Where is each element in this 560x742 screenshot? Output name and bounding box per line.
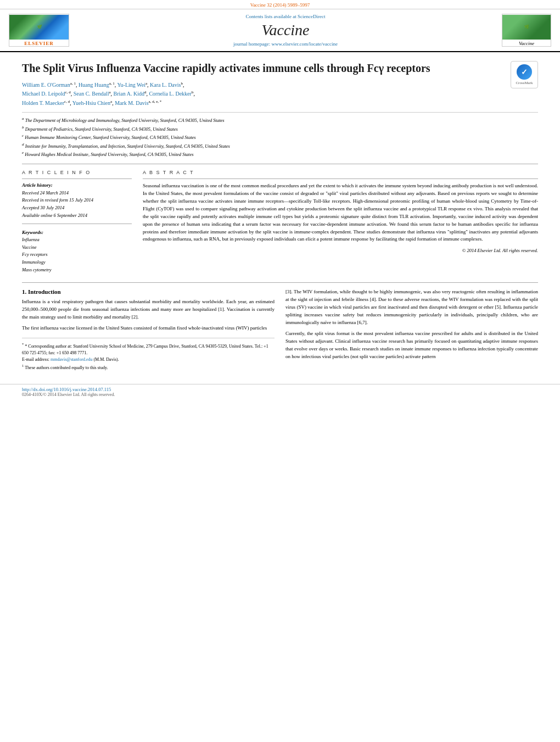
- affil-b: b Department of Pediatrics, Stanford Uni…: [22, 125, 538, 133]
- body-section: 1. Introduction Influenza is a viral res…: [22, 282, 538, 371]
- elsevier-image: 🌿: [9, 15, 69, 40]
- sup-wei: a: [145, 81, 147, 86]
- body-right: [3]. The WIV formulation, while thought …: [285, 288, 538, 371]
- keyword-vaccine: Vaccine: [22, 244, 132, 252]
- keywords-divider: [22, 224, 132, 224]
- copyright-line: © 2014 Elsevier Ltd. All rights reserved…: [143, 248, 538, 253]
- authors-block: William E. O'Gormana, 1, Huang Huanga, 1…: [22, 81, 538, 108]
- section-title: Introduction: [28, 288, 61, 295]
- sup-maecker: c, d: [64, 99, 70, 104]
- article-info-label: A R T I C L E I N F O: [22, 170, 132, 175]
- keyword-immunology: Immunology: [22, 259, 132, 266]
- contents-prefix: Contents lists available at: [246, 14, 298, 19]
- intro-para-1-text: Influenza is a viral respiratory pathoge…: [22, 299, 275, 320]
- homepage-prefix: journal homepage:: [233, 41, 271, 47]
- body-left: 1. Introduction Influenza is a viral res…: [22, 288, 275, 371]
- footnote-corresponding-text: * Corresponding author at: Stanford Univ…: [22, 344, 268, 355]
- keyword-influenza: Influenza: [22, 236, 132, 244]
- abstract-text: Seasonal influenza vaccination is one of…: [143, 182, 538, 244]
- footnote-note1: 1 These authors contributed equally to t…: [22, 363, 275, 371]
- received-date: Received 24 March 2014: [22, 189, 132, 197]
- article-title: The Split Virus Influenza Vaccine rapidl…: [22, 61, 538, 75]
- author-wei: Yu-Ling Wei: [117, 82, 145, 88]
- author-chien: Yueh-Hsiu Chien: [72, 100, 110, 106]
- keywords-label: Keywords:: [22, 230, 132, 235]
- citation-text: Vaccine 32 (2014) 5989–5997: [250, 2, 310, 8]
- sup-leipold: c, d: [65, 90, 71, 94]
- sup-kidd: d: [144, 90, 147, 94]
- keyword-mass-cyto: Mass cytometry: [22, 266, 132, 274]
- abstract-label: A B S T R A C T: [143, 170, 538, 175]
- issn-line: 0264-410X/© 2014 Elsevier Ltd. All right…: [22, 392, 538, 397]
- affil-c: c Human Immune Monitoring Center, Stanfo…: [22, 133, 538, 141]
- right-para-1: [3]. The WIV formulation, while thought …: [285, 288, 538, 327]
- abstract-col: A B S T R A C T Seasonal influenza vacci…: [143, 170, 538, 274]
- author-bendall: Sean C. Bendall: [74, 91, 109, 97]
- right-para-2: Currently, the split virus format is the…: [285, 330, 538, 361]
- history-label: Article history:: [22, 182, 132, 188]
- author-davis-k: Kara L. Davis: [150, 82, 181, 88]
- intro-para-1: Influenza is a viral respiratory pathoge…: [22, 298, 275, 321]
- affil-d: d Institute for Immunity, Transplantatio…: [22, 142, 538, 150]
- main-content: The Split Virus Influenza Vaccine rapidl…: [0, 52, 560, 380]
- crossmark-badge: ✓ CrossMark: [511, 61, 538, 88]
- sup-chien: a: [110, 99, 112, 104]
- vaccine-logo: 🌿 Vaccine: [502, 14, 551, 47]
- keyword-fcy: Fcy receptors: [22, 251, 132, 259]
- sup-huang: a, 1: [109, 81, 115, 86]
- footnote-corresponding: * * Corresponding author at: Stanford Un…: [22, 342, 275, 356]
- divider-1: [22, 164, 538, 164]
- footnotes-section: * * Corresponding author at: Stanford Un…: [22, 338, 275, 371]
- author-ogorman: William E. O'Gorman: [22, 82, 70, 88]
- affiliations-block: a The Department of Microbiology and Imm…: [22, 112, 538, 158]
- accepted-date: Accepted 30 July 2014: [22, 204, 132, 212]
- available-online-date: Available online 6 September 2014: [22, 212, 132, 220]
- author-leipold: Michael D. Leipold: [22, 91, 65, 97]
- sup-ogorman: a, 1: [70, 81, 76, 86]
- sciencedirect-link[interactable]: ScienceDirect: [298, 14, 325, 19]
- affil-e: e Howard Hughes Medical Institute, Stanf…: [22, 150, 538, 158]
- citation-bar: Vaccine 32 (2014) 5989–5997: [0, 0, 560, 9]
- section-number: 1.: [22, 288, 26, 295]
- journal-title: Vaccine: [80, 21, 491, 39]
- vaccine-logo-text: Vaccine: [519, 41, 534, 46]
- body-two-col: 1. Introduction Influenza is a viral res…: [22, 288, 538, 371]
- homepage-link[interactable]: www.elsevier.com/locate/vaccine: [272, 41, 338, 47]
- journal-center: Contents lists available at ScienceDirec…: [69, 14, 502, 47]
- keywords-section: Keywords: Influenza Vaccine Fcy receptor…: [22, 230, 132, 274]
- doi-line[interactable]: http://dx.doi.org/10.1016/j.vaccine.2014…: [22, 387, 538, 392]
- bottom-bar: http://dx.doi.org/10.1016/j.vaccine.2014…: [0, 384, 560, 399]
- intro-para-2: The first influenza vaccine licensed in …: [22, 325, 275, 332]
- intro-header: 1. Introduction: [22, 288, 275, 295]
- journal-header: 🌿 ELSEVIER Contents lists available at S…: [0, 9, 560, 52]
- abstract-divider: [143, 178, 538, 179]
- sup-davis-m: a, d, e, *: [149, 99, 162, 104]
- elsevier-logo: 🌿 ELSEVIER: [9, 14, 69, 47]
- vaccine-image: 🌿: [502, 15, 551, 40]
- author-dekker: Cornelia L. Dekker: [149, 91, 191, 97]
- crossmark-label: CrossMark: [516, 81, 533, 85]
- sup-dekker: b: [192, 90, 194, 94]
- author-huang: Huang Huang: [79, 82, 109, 88]
- elsevier-text: ELSEVIER: [24, 41, 54, 46]
- sup-davis-k: b: [181, 81, 183, 86]
- info-divider: [22, 178, 132, 179]
- footnote-note1-text: These authors contributed equally to thi…: [25, 365, 108, 370]
- intro-para-2-text: The first influenza vaccine licensed in …: [22, 325, 267, 331]
- article-info-col: A R T I C L E I N F O Article history: R…: [22, 170, 132, 274]
- author-kidd: Brian A. Kidd: [114, 91, 144, 97]
- footnote-email[interactable]: mmdavis@stanford.edu: [51, 357, 92, 362]
- right-para-2-text: Currently, the split virus format is the…: [285, 331, 538, 359]
- author-davis-m: Mark M. Davis: [115, 100, 148, 106]
- footnote-email-label: E-mail address:: [22, 357, 49, 362]
- author-maecker: Holden T. Maecker: [22, 100, 64, 106]
- footnote-email-line: E-mail address: mmdavis@stanford.edu (M.…: [22, 356, 275, 363]
- footnote-email-person: (M.M. Davis).: [93, 357, 119, 362]
- info-abstract-section: A R T I C L E I N F O Article history: R…: [22, 170, 538, 274]
- homepage-line: journal homepage: www.elsevier.com/locat…: [80, 41, 491, 47]
- crossmark-icon: ✓: [517, 64, 532, 80]
- received-revised-date: Received in revised form 15 July 2014: [22, 197, 132, 204]
- contents-line: Contents lists available at ScienceDirec…: [80, 14, 491, 19]
- affil-a: a The Department of Microbiology and Imm…: [22, 116, 538, 124]
- sup-bendall: a: [109, 90, 110, 94]
